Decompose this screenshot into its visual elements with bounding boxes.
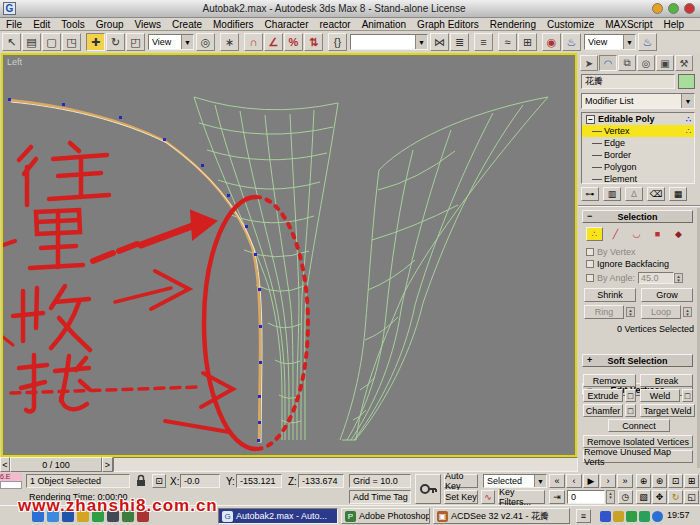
select-rotate-icon[interactable]: ↻	[106, 33, 125, 51]
object-name-field[interactable]: 花瓣	[581, 74, 675, 89]
zoom-icon[interactable]: ⊕	[636, 474, 651, 488]
set-key-button[interactable]: Set Key	[444, 490, 478, 504]
tray-icon[interactable]	[613, 511, 624, 522]
remove-button[interactable]: Remove	[583, 374, 636, 387]
coordinate-system-dropdown[interactable]: View▼	[148, 34, 194, 50]
polygon-subobject-icon[interactable]: ■	[649, 227, 666, 241]
break-button[interactable]: Break	[640, 374, 693, 387]
remove-unused-map-verts-button[interactable]: Remove Unused Map Verts	[583, 450, 693, 463]
display-tab-icon[interactable]: ▣	[656, 55, 674, 71]
by-vertex-checkbox[interactable]: By Vertex	[586, 247, 636, 257]
quick-render-icon[interactable]: ♨	[638, 33, 657, 51]
minimize-button[interactable]	[652, 3, 663, 14]
z-coordinate-field[interactable]: -133.674	[298, 474, 344, 488]
auto-key-button[interactable]: Auto Key	[444, 474, 478, 488]
zoom-extents-all-icon[interactable]: ⊞	[684, 474, 699, 488]
object-color-swatch[interactable]	[678, 74, 695, 89]
tray-icon[interactable]	[626, 511, 637, 522]
render-type-dropdown[interactable]: View▼	[584, 34, 636, 50]
named-selection-sets-icon[interactable]: {}	[328, 33, 347, 51]
vertex-subobject-icon[interactable]: ∴	[586, 227, 603, 241]
window-crossing-icon[interactable]: ◳	[62, 33, 81, 51]
rectangular-selection-icon[interactable]: ▢	[42, 33, 61, 51]
menu-animation[interactable]: Animation	[362, 19, 406, 30]
stack-editable-poly[interactable]: − Editable Poly ∴	[582, 113, 694, 125]
shrink-button[interactable]: Shrink	[584, 288, 636, 302]
weld-settings-icon[interactable]: □	[682, 389, 693, 402]
time-slider-thumb[interactable]: 0 / 100	[10, 457, 102, 472]
create-tab-icon[interactable]: ➤	[580, 55, 598, 71]
utilities-tab-icon[interactable]: ⚒	[675, 55, 693, 71]
snap-toggle-3d-icon[interactable]: ∩	[244, 33, 263, 51]
menu-edit[interactable]: Edit	[33, 19, 50, 30]
angle-snap-icon[interactable]: ∠	[264, 33, 283, 51]
weld-button[interactable]: Weld	[640, 389, 680, 402]
go-to-end-icon[interactable]: »	[617, 474, 633, 488]
chamfer-settings-icon[interactable]: □	[625, 404, 636, 417]
select-object-icon[interactable]: ↖	[2, 33, 21, 51]
pan-icon[interactable]: ✥	[652, 490, 667, 504]
menu-group[interactable]: Group	[96, 19, 124, 30]
min-max-toggle-icon[interactable]: ◱	[684, 490, 699, 504]
show-end-result-icon[interactable]: ▥	[603, 187, 621, 201]
taskbar-task-acdsee[interactable]: ▣ ACDSee 32 v2.41 - 花瓣	[433, 508, 570, 524]
material-editor-icon[interactable]: ◉	[542, 33, 561, 51]
selection-lock-icon[interactable]	[134, 474, 148, 488]
spinner-snap-icon[interactable]: ⇅	[304, 33, 323, 51]
percent-snap-icon[interactable]: %	[284, 33, 303, 51]
time-slider-prev-arrow[interactable]: <	[0, 457, 10, 472]
menu-graph-editors[interactable]: Graph Editors	[417, 19, 479, 30]
key-mode-dropdown[interactable]: Selected▼	[483, 474, 547, 488]
pin-stack-icon[interactable]: ⊶	[581, 187, 599, 201]
make-unique-icon[interactable]: ∆	[625, 187, 643, 201]
time-slider-next-arrow[interactable]: >	[102, 457, 113, 472]
use-pivot-center-icon[interactable]: ◎	[196, 33, 215, 51]
left-viewport[interactable]: Left	[1, 53, 577, 457]
time-configuration-icon[interactable]: ◷	[618, 490, 633, 504]
ignore-backfacing-checkbox[interactable]: Ignore Backfacing	[586, 259, 669, 269]
stack-element[interactable]: Element	[582, 173, 694, 185]
frame-spinner[interactable]: ▴▾	[606, 490, 615, 504]
stack-vertex-selected[interactable]: Vertex ∴	[582, 125, 694, 137]
menu-customize[interactable]: Customize	[547, 19, 594, 30]
key-mode-toggle-icon[interactable]: ⇥	[549, 490, 565, 504]
menu-tools[interactable]: Tools	[61, 19, 84, 30]
current-frame-field[interactable]: 0	[567, 490, 605, 504]
maxscript-mini-listener[interactable]	[0, 481, 22, 489]
render-scene-icon[interactable]: ♨	[562, 33, 581, 51]
menu-create[interactable]: Create	[172, 19, 202, 30]
arc-rotate-icon[interactable]: ↻	[668, 490, 683, 504]
close-button[interactable]	[684, 3, 695, 14]
named-selection-dropdown[interactable]: ▼	[350, 34, 428, 50]
selection-rollout-header[interactable]: − Selection	[582, 210, 693, 223]
extrude-settings-icon[interactable]: □	[625, 389, 636, 402]
loop-spinner[interactable]: ▴▾	[683, 307, 692, 317]
menu-views[interactable]: Views	[135, 19, 162, 30]
menu-maxscript[interactable]: MAXScript	[605, 19, 652, 30]
x-coordinate-field[interactable]: -0.0	[180, 474, 220, 488]
modify-tab-icon[interactable]: ◠	[599, 55, 617, 71]
soft-selection-rollout-header[interactable]: + Soft Selection	[582, 354, 693, 367]
curve-editor-icon[interactable]: ≈	[498, 33, 517, 51]
previous-frame-icon[interactable]: ‹	[566, 474, 582, 488]
schematic-view-icon[interactable]: ⊞	[518, 33, 537, 51]
stack-edge[interactable]: Edge	[582, 137, 694, 149]
stack-polygon[interactable]: Polygon	[582, 161, 694, 173]
tray-icon[interactable]	[600, 511, 611, 522]
set-key-toggle-icon[interactable]	[415, 474, 441, 504]
loop-button[interactable]: Loop	[641, 305, 681, 319]
remove-modifier-icon[interactable]: ⌫	[647, 187, 665, 201]
target-weld-button[interactable]: Target Weld	[640, 404, 695, 417]
chamfer-button[interactable]: Chamfer	[583, 404, 623, 417]
menu-help[interactable]: Help	[663, 19, 684, 30]
select-manipulate-icon[interactable]: ∗	[220, 33, 239, 51]
element-subobject-icon[interactable]: ◆	[670, 227, 687, 241]
modifier-list-dropdown[interactable]: Modifier List ▼	[581, 93, 695, 109]
zoom-all-icon[interactable]: ⊛	[652, 474, 667, 488]
menu-rendering[interactable]: Rendering	[490, 19, 536, 30]
play-icon[interactable]: ▶	[583, 474, 599, 488]
language-bar-icon[interactable]: ≡	[576, 509, 591, 523]
viewport-label[interactable]: Left	[7, 57, 22, 67]
key-filters-button[interactable]: Key Filters...	[498, 490, 545, 504]
configure-modifier-sets-icon[interactable]: ▦	[669, 187, 687, 201]
